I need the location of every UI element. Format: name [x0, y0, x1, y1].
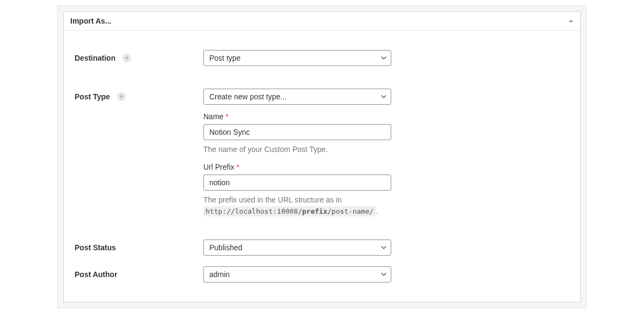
help-icon[interactable]: ? — [122, 54, 131, 62]
url-example: http://localhost:10008/prefix/post-name/ — [203, 206, 376, 216]
post-author-value: admin — [209, 270, 230, 279]
import-as-panel: Import As... Destination ? Post type — [63, 11, 581, 302]
field-control-col: Published — [203, 240, 391, 256]
field-label-col: Post Author — [75, 266, 203, 279]
field-post-status: Post Status Published — [75, 240, 569, 256]
required-mark: * — [225, 112, 228, 121]
post-status-value: Published — [209, 243, 243, 252]
post-type-select[interactable]: Create new post type... — [203, 89, 391, 105]
required-mark: * — [236, 163, 239, 171]
sub-field-name: Name * The name of your Custom Post Type… — [203, 112, 391, 155]
name-helper: The name of your Custom Post Type. — [203, 144, 391, 155]
post-type-value: Create new post type... — [209, 92, 287, 101]
panel-header[interactable]: Import As... — [64, 12, 580, 31]
field-destination: Destination ? Post type — [75, 50, 569, 66]
post-author-label: Post Author — [75, 270, 118, 279]
post-type-select-wrap: Create new post type... — [203, 89, 391, 105]
post-status-label: Post Status — [75, 243, 116, 252]
sub-field-url-prefix: Url Prefix * The prefix used in the URL … — [203, 163, 391, 217]
url-prefix-label: Url Prefix * — [203, 163, 391, 171]
help-icon[interactable]: ? — [117, 92, 126, 101]
panel-body: Destination ? Post type — [64, 31, 580, 302]
destination-select[interactable]: Post type — [203, 50, 391, 66]
field-post-type: Post Type ? Create new post type... — [75, 89, 569, 217]
post-status-select-wrap: Published — [203, 240, 391, 256]
field-control-col: Create new post type... Name * The name … — [203, 89, 391, 217]
field-control-col: admin — [203, 266, 391, 282]
post-author-select-wrap: admin — [203, 266, 391, 282]
destination-label: Destination — [75, 54, 115, 62]
destination-value: Post type — [209, 54, 240, 62]
field-control-col: Post type — [203, 50, 391, 66]
collapse-up-icon — [568, 18, 574, 24]
post-status-select[interactable]: Published — [203, 240, 391, 256]
field-label-col: Post Status — [75, 240, 203, 252]
field-label-col: Post Type ? — [75, 89, 203, 101]
field-label-col: Destination ? — [75, 50, 203, 62]
panel-title: Import As... — [70, 17, 112, 25]
post-author-select[interactable]: admin — [203, 266, 391, 282]
settings-container: Import As... Destination ? Post type — [57, 5, 587, 308]
name-label: Name * — [203, 112, 391, 121]
name-input[interactable] — [203, 124, 391, 140]
post-type-label: Post Type — [75, 92, 110, 101]
destination-select-wrap: Post type — [203, 50, 391, 66]
url-prefix-input[interactable] — [203, 175, 391, 191]
url-prefix-helper: The prefix used in the URL structure as … — [203, 194, 391, 217]
field-post-author: Post Author admin — [75, 266, 569, 282]
